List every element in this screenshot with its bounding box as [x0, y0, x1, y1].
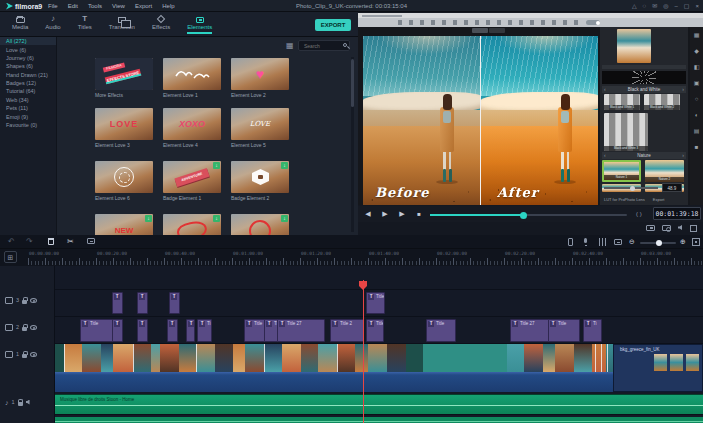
title-clip[interactable]: TTi: [583, 319, 602, 342]
element-card-element-love-2[interactable]: ♥: [231, 58, 289, 90]
bkg-video-clip[interactable]: bkg_greece_fin_UK: [613, 344, 703, 392]
tab-audio[interactable]: ♪Audio: [45, 14, 60, 32]
grid-scrollbar[interactable]: [351, 57, 354, 232]
previous-frame-button[interactable]: ◀: [362, 208, 374, 220]
title-clip[interactable]: T: [112, 319, 123, 342]
manage-tracks-icon[interactable]: ⊞: [4, 251, 17, 263]
menu-tools[interactable]: Tools: [88, 3, 102, 9]
music-clip[interactable]: Musique libre de droits Stoon - Home: [55, 394, 703, 414]
redo-icon[interactable]: ↷: [26, 237, 33, 247]
lock-icon[interactable]: [22, 354, 27, 358]
display-device-icon[interactable]: [646, 225, 655, 231]
undo-icon[interactable]: ↶: [8, 237, 15, 247]
title-clip[interactable]: TTitle 27: [277, 319, 325, 342]
element-card-element-love-6[interactable]: [95, 161, 153, 193]
element-card-badge-element-1[interactable]: ADVENTURE↓: [163, 161, 221, 193]
snapshot-icon[interactable]: [662, 225, 671, 231]
lock-icon[interactable]: [22, 300, 27, 304]
category-all[interactable]: All (272): [0, 37, 56, 45]
title-clip[interactable]: T: [137, 292, 148, 314]
zoom-in-icon[interactable]: ⊕: [680, 237, 686, 247]
next-frame-button[interactable]: ▶: [396, 208, 408, 220]
notifications-icon[interactable]: △: [632, 0, 637, 12]
menu-view[interactable]: View: [112, 3, 125, 9]
bw-preset-thumb[interactable]: Black and White 2: [644, 94, 680, 110]
search-box[interactable]: [298, 40, 350, 51]
timeline-zoom-slider[interactable]: [640, 242, 676, 244]
mark-in-out-icon[interactable]: ( ): [636, 208, 642, 220]
lock-icon[interactable]: [18, 402, 23, 406]
nature-preset-thumb[interactable]: Nature 2: [645, 160, 684, 182]
category-love[interactable]: Love (6): [0, 45, 56, 53]
menu-edit[interactable]: Edit: [68, 3, 78, 9]
tab-media[interactable]: Media: [12, 14, 28, 32]
title-clip[interactable]: T: [167, 319, 178, 342]
menu-export[interactable]: Export: [135, 3, 152, 9]
title-clip[interactable]: T: [112, 292, 123, 314]
speed-clip[interactable]: [423, 344, 507, 372]
timeline-ruler[interactable]: 00:00:00:0000:00:20:0000:00:40:0000:01:0…: [28, 250, 703, 266]
audio-mixer-icon[interactable]: [599, 238, 606, 246]
category-emoji[interactable]: Emoji (9): [0, 112, 56, 120]
tab-titles[interactable]: TTitles: [78, 14, 92, 32]
eye-icon[interactable]: [30, 298, 37, 303]
feedback-icon[interactable]: ✉: [652, 0, 657, 12]
download-icon[interactable]: ↓: [281, 215, 288, 222]
speaker-icon[interactable]: [26, 400, 30, 405]
download-icon[interactable]: ↓: [213, 162, 220, 169]
title-clip[interactable]: TTitle 2: [330, 319, 364, 342]
minimize-icon[interactable]: –: [674, 0, 677, 12]
scrollbar-thumb[interactable]: [351, 59, 354, 107]
element-card-more-effects[interactable]: FILMORAEFFECTS STORE: [95, 58, 153, 90]
seek-bar[interactable]: [430, 214, 627, 216]
crop-icon[interactable]: [87, 238, 95, 244]
title-clip[interactable]: TTitle: [426, 319, 456, 342]
title-clip[interactable]: T: [186, 319, 195, 342]
title-clip[interactable]: T: [169, 292, 180, 314]
title-clip[interactable]: TTi: [197, 319, 212, 342]
music-clip-2[interactable]: [55, 417, 703, 423]
category-shapes[interactable]: Shapes (6): [0, 62, 56, 70]
eye-icon[interactable]: [30, 325, 37, 330]
updates-icon[interactable]: ◎: [663, 0, 668, 12]
category-journey[interactable]: Journey (6): [0, 54, 56, 62]
main-video-clip[interactable]: Fast 3.30x visualImages_fin: [55, 344, 613, 372]
playhead-line[interactable]: [363, 280, 364, 423]
tab-transition[interactable]: Transition: [109, 14, 135, 32]
seek-handle[interactable]: [520, 212, 527, 219]
element-card-badge-element-2[interactable]: ↓: [231, 161, 289, 193]
lock-icon[interactable]: [22, 327, 27, 331]
element-card-element-love-4[interactable]: XOXO: [163, 108, 221, 140]
grid-view-icon[interactable]: ▦: [286, 42, 294, 50]
account-icon[interactable]: ◌: [643, 0, 647, 12]
category-pets[interactable]: Pets (11): [0, 104, 56, 112]
element-card-new-circle[interactable]: ↓: [231, 214, 289, 235]
split-scissors-icon[interactable]: ✂: [67, 237, 74, 247]
category-web[interactable]: Web (34): [0, 96, 56, 104]
voiceover-mic-icon[interactable]: [584, 238, 587, 243]
category-badges[interactable]: Badges (12): [0, 79, 56, 87]
zoom-out-icon[interactable]: ⊖: [629, 237, 635, 247]
delete-icon[interactable]: [48, 238, 54, 245]
volume-icon[interactable]: [678, 225, 682, 230]
element-card-element-love-3[interactable]: LOVE: [95, 108, 153, 140]
element-card-element-love-5[interactable]: LOVE: [231, 108, 289, 140]
element-card-new-scribble[interactable]: ↓: [163, 214, 221, 235]
zoom-slider-handle[interactable]: [656, 240, 662, 246]
tab-effects[interactable]: Effects: [152, 14, 170, 32]
category-hand-drawn[interactable]: Hand Drawn (21): [0, 71, 56, 79]
export-button[interactable]: EXPORT: [315, 19, 351, 31]
eye-icon[interactable]: [30, 352, 37, 357]
tab-elements[interactable]: Elements: [187, 14, 212, 32]
screen-record-icon[interactable]: [568, 238, 573, 246]
maximize-icon[interactable]: ▢: [684, 0, 690, 12]
download-icon[interactable]: ↓: [281, 162, 288, 169]
title-clip[interactable]: TTitle: [366, 292, 385, 314]
fullscreen-icon[interactable]: [690, 225, 697, 232]
play-button[interactable]: ▶: [379, 208, 391, 220]
bw-preset-thumb[interactable]: Black and White 1: [604, 94, 640, 110]
title-clip[interactable]: TTitle 27: [510, 319, 550, 342]
nature-preset-thumb[interactable]: Nature 1: [602, 160, 641, 182]
download-icon[interactable]: ↓: [213, 215, 220, 222]
category-tutorial[interactable]: Tutorial (64): [0, 87, 56, 95]
